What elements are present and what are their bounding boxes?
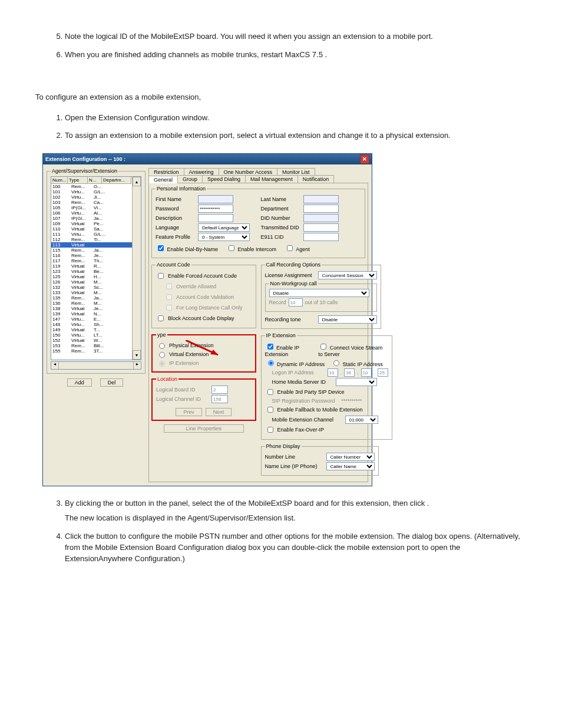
- number-line-select[interactable]: Caller Number: [326, 453, 375, 461]
- col-n[interactable]: N...: [88, 177, 102, 184]
- mobile-ch-select[interactable]: 01:000: [345, 416, 378, 424]
- department-input[interactable]: [303, 205, 339, 213]
- did-input[interactable]: [303, 214, 339, 222]
- channel-id-label: Logical Channel ID: [156, 396, 209, 402]
- record-label: Record: [269, 299, 286, 305]
- table-row[interactable]: 152VirtualW...: [51, 338, 141, 343]
- name-line-label: Name Line (IP Phone): [265, 463, 324, 469]
- col-type[interactable]: Type: [68, 177, 88, 184]
- agent-group: Agent/Supervisor/Extension Num... Type N…: [47, 168, 146, 374]
- table-row[interactable]: 100Rem...O...: [51, 184, 141, 189]
- transdid-input[interactable]: [303, 223, 339, 232]
- col-dep[interactable]: Departm...: [102, 177, 131, 184]
- account-code-legend: Account Code: [156, 262, 191, 268]
- table-row[interactable]: 123VirtualBe...: [51, 269, 141, 274]
- language-select[interactable]: Default Language: [198, 223, 250, 232]
- table-row[interactable]: 110VirtualSa...: [51, 226, 141, 232]
- radio-virtual[interactable]: [159, 352, 165, 358]
- chk-forced-account[interactable]: [158, 273, 164, 279]
- scrollbar[interactable]: ▲ ▼: [132, 177, 141, 360]
- hscroll-right-icon[interactable]: ►: [133, 362, 141, 369]
- radio-physical[interactable]: [159, 343, 165, 349]
- chk-dial-by-name[interactable]: [158, 245, 164, 251]
- chk-block[interactable]: [158, 315, 164, 321]
- table-row[interactable]: 153Rem...Bill...: [51, 343, 141, 348]
- del-button[interactable]: Del: [100, 378, 124, 387]
- name-line-select[interactable]: Caller Name: [326, 462, 375, 470]
- table-row[interactable]: 135Rem...Ja...: [51, 295, 141, 301]
- scroll-down-icon[interactable]: ▼: [133, 350, 141, 360]
- tone-label: Recording tone: [265, 317, 316, 322]
- table-row[interactable]: 147Virtu...E...: [51, 317, 141, 322]
- table-row[interactable]: 112Rem...Ti...: [51, 237, 141, 242]
- chk-enable-ip[interactable]: [267, 344, 273, 350]
- chk-connect-voice[interactable]: [320, 344, 326, 350]
- close-icon[interactable]: ✕: [360, 154, 369, 164]
- tab-notification[interactable]: Notification: [297, 175, 335, 183]
- description-input[interactable]: [198, 214, 233, 222]
- table-row[interactable]: 117Rem...Th...: [51, 258, 141, 263]
- media-server-select[interactable]: [336, 378, 377, 386]
- extension-list[interactable]: Num... Type N... Departm... 100Rem...O..…: [51, 176, 141, 360]
- agent-group-legend: Agent/Supervisor/Extension: [51, 168, 118, 174]
- e911-input[interactable]: [303, 233, 339, 241]
- scroll-up-icon[interactable]: ▲: [133, 177, 141, 186]
- tab-speed-dialing[interactable]: Speed Dialing: [202, 175, 246, 183]
- feature-select[interactable]: 0 - System: [198, 233, 250, 241]
- last-name-input[interactable]: [303, 195, 339, 203]
- radio-virtual-label: Virtual Extension: [169, 351, 209, 357]
- table-row[interactable]: 125VirtualH...: [51, 274, 141, 279]
- table-row[interactable]: 119VirtualR...: [51, 263, 141, 269]
- password-input[interactable]: [198, 205, 233, 213]
- hscroll-left-icon[interactable]: ◄: [51, 362, 59, 369]
- location-legend: Location: [156, 376, 178, 382]
- table-row[interactable]: 138VirtualJe...: [51, 306, 141, 311]
- table-row[interactable]: 113Virtual: [51, 242, 141, 248]
- table-row[interactable]: 101Virtu...G/L...: [51, 189, 141, 195]
- tab-group[interactable]: Group: [177, 175, 203, 183]
- personal-info-legend: Personal Information: [156, 186, 207, 192]
- license-select[interactable]: Concurrent Session: [318, 271, 377, 279]
- table-row[interactable]: 105IP(Gl...Vi...: [51, 205, 141, 210]
- table-row[interactable]: 106Virtu...Al...: [51, 210, 141, 216]
- language-label: Language: [156, 225, 196, 230]
- table-row[interactable]: 155Rem...3T...: [51, 348, 141, 354]
- table-row[interactable]: 139VirtualN...: [51, 311, 141, 317]
- first-name-input[interactable]: [198, 195, 233, 203]
- table-row[interactable]: 107IP(Gl...Ja...: [51, 216, 141, 221]
- extension-config-window: Extension Configuration -- 100 : ✕ Agent…: [42, 153, 372, 486]
- table-row[interactable]: 116Rem...Je...: [51, 253, 141, 258]
- ip-oct-4: [378, 368, 388, 377]
- logon-ip-label: Logon IP Address: [272, 370, 325, 375]
- non-wg-select[interactable]: Disable: [269, 289, 369, 297]
- chk-3rd-party-label: Enable 3rd Party SIP Device: [277, 389, 345, 395]
- table-row[interactable]: 126VirtualM...: [51, 279, 141, 285]
- chk-3rd-party[interactable]: [267, 389, 273, 395]
- chk-fallback[interactable]: [267, 407, 273, 413]
- table-row[interactable]: 136Rem...M...: [51, 301, 141, 306]
- tone-select[interactable]: Disable: [318, 315, 377, 324]
- table-row[interactable]: 109VirtualPe...: [51, 221, 141, 226]
- col-num[interactable]: Num...: [51, 177, 68, 184]
- chk-validation-label: Account Code Validation: [176, 294, 234, 300]
- table-row[interactable]: 150Virtu...LT...: [51, 332, 141, 338]
- chk-intercom[interactable]: [229, 245, 234, 251]
- step3-text-1: By clicking the: [65, 499, 116, 508]
- table-row[interactable]: 102Virtu...Ji...: [51, 195, 141, 200]
- type-legend: ype: [156, 332, 167, 338]
- table-row[interactable]: 133VirtualM...: [51, 290, 141, 295]
- table-row[interactable]: 103Rem...Ca...: [51, 200, 141, 205]
- top-instruction-list: Note the logical ID of the MobileExtSP b…: [35, 31, 527, 61]
- add-button[interactable]: Add: [67, 378, 92, 387]
- chk-agent[interactable]: [287, 245, 293, 251]
- tab-general[interactable]: General: [148, 176, 178, 183]
- table-row[interactable]: 115Rem...Ja...: [51, 248, 141, 253]
- radio-dynamic-ip[interactable]: [268, 360, 274, 366]
- table-row[interactable]: 149VirtualT...: [51, 327, 141, 332]
- table-row[interactable]: 132VirtualSc...: [51, 285, 141, 290]
- tab-mail-management[interactable]: Mail Management: [245, 175, 298, 183]
- radio-static-ip[interactable]: [333, 360, 339, 366]
- table-row[interactable]: 111Virtu...G/L...: [51, 232, 141, 237]
- chk-fax[interactable]: [267, 427, 273, 433]
- table-row[interactable]: 148Virtu...Sh...: [51, 322, 141, 327]
